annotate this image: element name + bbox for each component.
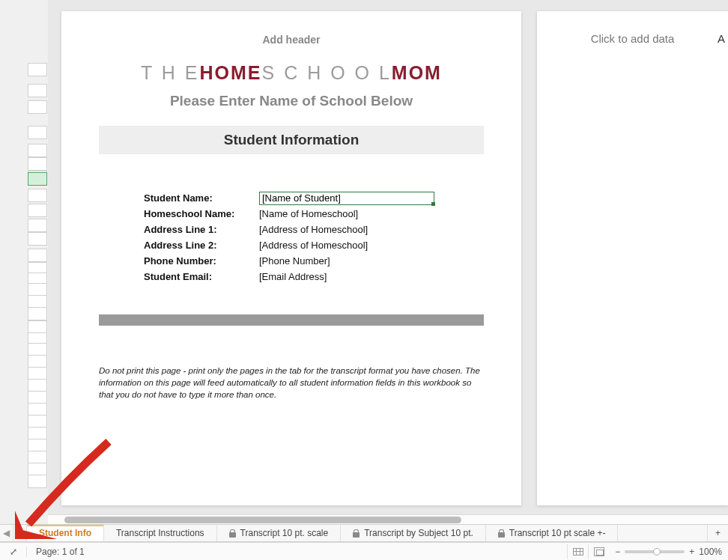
grid-icon [573,548,583,556]
zoom-level: 100% [699,547,722,557]
view-normal-button[interactable] [567,544,588,559]
sheet-tab-label: Transcript by Subject 10 pt. [364,528,473,538]
field-label: Student Email: [144,271,259,282]
form-row: Homeschool Name:[Name of Homeschool] [144,206,484,222]
divider-bar [99,314,484,326]
sheet-tab[interactable]: Transcript by Subject 10 pt. [341,525,486,541]
sheet-tab[interactable]: Transcript 10 pt. scale [217,525,342,541]
form-row: Student Name:[Name of Student] [144,190,484,206]
field-value[interactable]: [Address of Homeschool] [259,240,368,251]
side-page: Click to add data A [537,11,728,505]
tab-nav-prev[interactable]: ◀ [0,525,13,541]
row-heading-cell[interactable] [28,63,47,76]
zoom-controls: − + 100% [609,547,728,557]
sheet-tab[interactable]: Transcript Instructions [104,525,217,541]
student-info-form: Student Name:[Name of Student]Homeschool… [144,190,484,284]
spreadsheet-canvas: Add header T H EHOMES C H O O LMOM Pleas… [48,0,728,524]
section-banner: Student Information [99,126,484,154]
row-heading-cell[interactable] [28,172,47,186]
field-value[interactable]: [Email Address] [259,271,327,282]
active-cell[interactable]: [Name of Student] [259,192,434,205]
field-label: Address Line 1: [144,224,259,235]
sheet-tab-label: Transcript 10 pt. scale [240,528,329,538]
instructions-note: Do not print this page - print only the … [99,365,484,401]
sheet-tab[interactable]: Transcript 10 pt scale +- [486,525,619,541]
row-heading-cell[interactable] [28,189,47,202]
horizontal-scrollbar[interactable] [48,514,728,524]
row-heading-cell[interactable] [28,219,47,232]
field-label: Address Line 2: [144,240,259,251]
row-heading-cell[interactable] [28,307,47,320]
lock-icon [229,529,236,538]
tab-nav-next[interactable]: ▶ [13,525,27,541]
field-value[interactable]: [Address of Homeschool] [259,224,368,235]
sheet-tab-label: Student Info [39,528,91,538]
status-bar: ⤢ Page: 1 of 1 − + 100% [0,542,728,560]
sheet-tab-label: Transcript 10 pt scale +- [509,528,606,538]
form-row: Address Line 2:[Address of Homeschool] [144,237,484,253]
zoom-slider[interactable] [625,550,685,553]
zoom-in-button[interactable]: + [689,547,694,557]
add-data-hint[interactable]: Click to add data [537,32,728,45]
view-page-button[interactable] [588,544,609,559]
field-label: Homeschool Name: [144,208,259,219]
field-label: Phone Number: [144,255,259,267]
add-header-hint[interactable]: Add header [99,34,484,46]
row-heading-cell[interactable] [28,84,47,97]
add-sheet-button[interactable]: + [707,525,728,541]
page-layout-toggle[interactable]: ⤢ [0,547,27,557]
row-heading-cell[interactable] [28,475,47,488]
sheet-tab[interactable]: Student Info [27,525,104,541]
row-heading-cell[interactable] [28,100,47,114]
row-heading-cell[interactable] [28,204,47,217]
field-value[interactable]: [Phone Number] [259,255,330,267]
logo: T H EHOMES C H O O LMOM [99,62,484,84]
field-value[interactable]: [Name of Homeschool] [259,208,358,219]
zoom-out-button[interactable]: − [615,547,620,557]
row-heading-cell[interactable] [28,144,47,157]
logo-part-mom: MOM [392,62,442,83]
logo-part-home: HOME [200,62,262,83]
row-heading-cell[interactable] [28,126,47,139]
logo-part-school: S C H O O L [262,62,392,83]
lock-icon [353,529,360,538]
zoom-slider-knob[interactable] [653,548,661,556]
page: Add header T H EHOMES C H O O LMOM Pleas… [61,11,521,505]
sheet-tab-label: Transcript Instructions [116,528,204,538]
subtitle: Please Enter Name of School Below [99,93,484,109]
form-row: Student Email:[Email Address] [144,269,484,284]
field-label: Student Name: [144,192,259,204]
row-heading-cell[interactable] [28,157,47,171]
logo-part-the: T H E [141,62,199,83]
form-row: Address Line 1:[Address of Homeschool] [144,222,484,237]
lock-icon [498,529,505,538]
sheet-tabs-bar: ◀ ▶ Student InfoTranscript InstructionsT… [0,524,728,542]
row-heading-cell[interactable] [28,232,47,246]
row-heading-cell[interactable] [28,249,47,262]
page-layout-icon [594,547,604,556]
page-indicator: Page: 1 of 1 [27,547,94,557]
row-headings: 1234567891011121314151617181920212223242… [0,0,48,524]
scrollbar-thumb[interactable] [64,517,461,523]
form-row: Phone Number:[Phone Number] [144,253,484,269]
truncated-text: A [718,32,725,45]
